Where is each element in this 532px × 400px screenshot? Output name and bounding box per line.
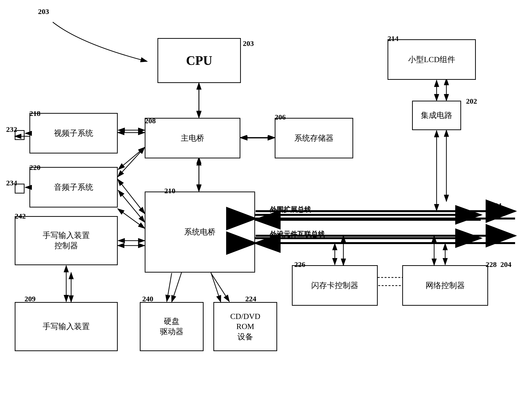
ref-244: 244: [491, 201, 502, 210]
ref-220: 220: [29, 163, 40, 172]
ref-242: 242: [15, 212, 26, 220]
svg-line-35: [118, 190, 145, 222]
system-bridge-box: 系统电桥: [145, 192, 255, 273]
video-box: 视频子系统: [29, 113, 118, 153]
ref-208: 208: [145, 117, 156, 125]
svg-line-8: [118, 147, 145, 177]
ref-214: 214: [388, 34, 399, 43]
svg-line-10: [118, 209, 145, 228]
svg-line-9: [118, 179, 145, 214]
ref-209: 209: [25, 295, 36, 303]
ref-202: 202: [466, 97, 477, 105]
arrow-232: [15, 134, 29, 139]
svg-line-40: [211, 273, 229, 302]
system-memory-box: 系统存储器: [275, 118, 353, 158]
ref-200: 203: [38, 7, 49, 16]
handwrite-ctrl-box: 手写输入装置 控制器: [15, 216, 118, 265]
svg-line-39: [167, 273, 172, 302]
ref-240: 240: [142, 295, 153, 303]
ref-203: 203: [243, 39, 254, 48]
svg-line-50: [118, 147, 145, 169]
pci-bus-label: 外设元件互联总线: [270, 230, 325, 239]
ref-206: 206: [275, 113, 286, 121]
svg-line-13: [172, 273, 182, 302]
diagram: 203 CPU 203 主电桥 208 系统存储器 206 小型LCD组件 21…: [0, 0, 532, 400]
svg-line-14: [211, 273, 221, 302]
main-bridge-box: 主电桥: [145, 118, 240, 158]
ref-210: 210: [164, 187, 175, 195]
hdd-box: 硬盘 驱动器: [140, 302, 204, 351]
ref-224: 224: [245, 295, 256, 303]
network-ctrl-box: 网络控制器: [402, 265, 488, 306]
cdrom-box: CD/DVD ROM 设备: [213, 302, 277, 351]
ic-box: 集成电路: [412, 101, 461, 130]
cpu-box: CPU: [157, 38, 241, 83]
ref-204-228: 228 204: [486, 260, 511, 269]
ref-226: 226: [294, 260, 305, 269]
ref-232: 232: [6, 125, 17, 134]
handwrite-box: 手写输入装置: [15, 302, 118, 351]
ref-218: 218: [29, 109, 40, 118]
periph-expansion-label: 外围扩展总线: [270, 205, 311, 214]
lcd-box: 小型LCD组件: [388, 39, 476, 80]
audio-box: 音频子系统: [29, 167, 118, 207]
ref-234: 234: [6, 179, 17, 187]
flash-ctrl-box: 闪存卡控制器: [292, 265, 378, 306]
